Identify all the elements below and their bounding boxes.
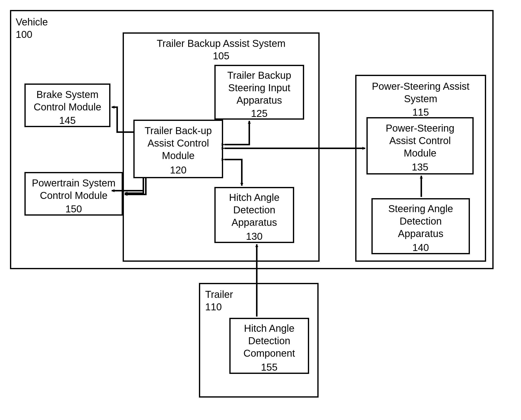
sada-box: Steering Angle Detection Apparatus 140 — [371, 198, 470, 254]
hada-ref: 130 — [216, 230, 293, 243]
pscm-title: Powertrain System Control Module — [26, 177, 122, 202]
psacm-box: Power-Steering Assist Control Module 135 — [366, 117, 474, 174]
tbas-ref: 105 — [124, 50, 318, 62]
psacm-ref: 135 — [368, 161, 472, 173]
tbas-title: Trailer Backup Assist System — [124, 37, 318, 50]
bscm-title: Brake System Control Module — [26, 88, 109, 113]
psas-title: Power-Steering Assist System — [356, 80, 485, 105]
psas-ref: 115 — [356, 106, 485, 118]
tbacm-ref: 120 — [135, 164, 222, 176]
hada-box: Hitch Angle Detection Apparatus 130 — [214, 187, 294, 243]
tbacm-title: Trailer Back-up Assist Control Module — [135, 124, 222, 162]
vehicle-ref: 100 — [16, 28, 32, 41]
sada-title: Steering Angle Detection Apparatus — [373, 202, 469, 240]
bscm-box: Brake System Control Module 145 — [24, 84, 110, 127]
tbsia-title: Trailer Backup Steering Input Apparatus — [216, 69, 303, 106]
trailer-ref: 110 — [205, 301, 222, 313]
tbsia-ref: 125 — [216, 107, 303, 120]
hadc-title: Hitch Angle Detection Component — [231, 322, 308, 359]
hadc-ref: 155 — [231, 361, 308, 373]
tbsia-box: Trailer Backup Steering Input Apparatus … — [214, 65, 304, 120]
bscm-ref: 145 — [26, 114, 109, 127]
trailer-title: Trailer — [205, 288, 233, 301]
hadc-box: Hitch Angle Detection Component 155 — [229, 318, 309, 374]
sada-ref: 140 — [373, 241, 469, 254]
tbacm-box: Trailer Back-up Assist Control Module 12… — [133, 120, 223, 178]
diagram-root: Vehicle 100 Trailer Backup Assist System… — [10, 10, 511, 410]
hada-title: Hitch Angle Detection Apparatus — [216, 191, 293, 229]
pscm-ref: 150 — [26, 203, 122, 215]
vehicle-title: Vehicle — [16, 16, 48, 28]
pscm-box: Powertrain System Control Module 150 — [24, 172, 123, 216]
psacm-title: Power-Steering Assist Control Module — [368, 122, 472, 159]
